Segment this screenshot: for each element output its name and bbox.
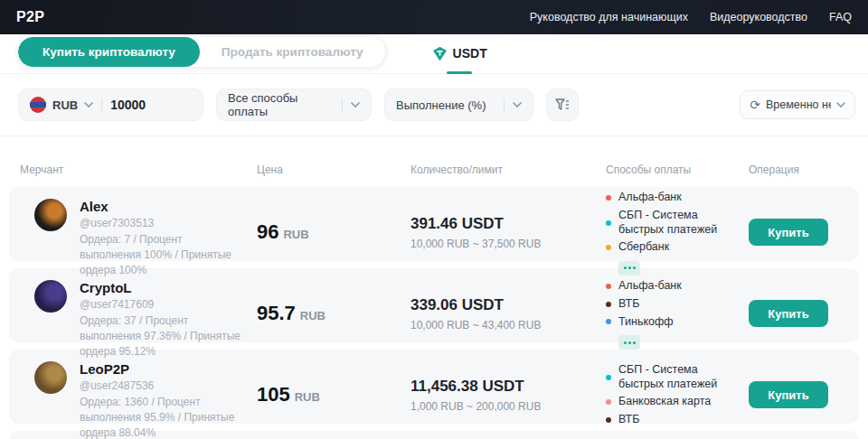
nav-video-guide[interactable]: Видеоруководство (710, 11, 807, 23)
price-currency: RUB (300, 309, 326, 322)
limit-range: 1,000 RUB ~ 200,000 RUB (410, 400, 606, 413)
payment-methods-cell: Альфа-банкВТБТинькофф (606, 277, 749, 350)
buy-button[interactable]: Купить (749, 381, 828, 408)
payment-dot-icon (606, 220, 611, 226)
nav-faq[interactable]: FAQ (829, 11, 852, 23)
divider (342, 98, 343, 112)
divider (101, 98, 102, 112)
price-cell: 95.7 RUB (257, 302, 410, 325)
payment-dot-icon (606, 375, 611, 380)
quantity-cell: 11,456.38 USDT 1,000 RUB ~ 200,000 RUB (410, 378, 606, 413)
buy-button[interactable]: Купить (749, 300, 828, 327)
col-header-operation: Операция (749, 163, 848, 176)
app-logo: P2P (16, 9, 44, 25)
merchant-name[interactable]: Alex (80, 199, 241, 214)
chevron-down-icon[interactable] (84, 102, 93, 107)
merchant-avatar (34, 280, 67, 313)
payment-method: Альфа-банк (606, 191, 682, 205)
payment-methods-dropdown-label: Все способы оплаты (228, 91, 334, 118)
price-currency: RUB (283, 228, 308, 241)
chevron-down-icon (351, 102, 360, 107)
payment-dot-icon (606, 399, 611, 405)
usdt-tether-icon (432, 46, 448, 61)
operation-cell: Купить (749, 219, 848, 246)
payment-method: Сбербанк (606, 240, 669, 255)
payment-method: Альфа-банк (606, 279, 682, 294)
price-cell: 105 RUB (257, 383, 410, 406)
availability-dropdown-label: Временно не (766, 98, 831, 111)
table-header: Мерчант Цена Количество/лимит Способы оп… (9, 163, 859, 176)
tab-usdt[interactable]: USDT (432, 33, 487, 73)
offer-row: LeoP2P @user2487536 Ордера: 1360 / Проце… (9, 350, 859, 424)
nav-beginners-guide[interactable]: Руководство для начинающих (530, 11, 688, 23)
merchant-avatar (34, 361, 67, 394)
amount-input[interactable] (110, 98, 174, 112)
payment-methods-cell: СБП - Система быстрых платежейБанковская… (606, 361, 749, 429)
payment-label: ВТБ (618, 413, 639, 427)
top-nav: Руководство для начинающих Видеоруководс… (530, 11, 852, 23)
currency-amount-control: RUB (18, 89, 203, 121)
col-header-merchant: Мерчант (20, 163, 257, 176)
payment-method: ВТБ (606, 297, 639, 312)
payment-label: Альфа-банк (618, 191, 682, 205)
completion-dropdown[interactable]: Выполнение (%) (384, 89, 533, 121)
quantity-cell: 339.06 USDT 10,000 RUB ~ 43,400 RUB (410, 296, 606, 332)
tab-buy-crypto[interactable]: Купить криптовалюту (18, 37, 200, 67)
filters-bar: RUB Все способы оплаты Выполнение (%) ⟳ … (0, 74, 868, 136)
payment-method: СБП - Система быстрых платежей (606, 209, 725, 237)
rub-currency-icon (30, 97, 46, 113)
payment-label: СБП - Система быстрых платежей (618, 209, 725, 237)
top-header: P2P Руководство для начинающих Видеоруко… (0, 0, 868, 34)
payment-method: Тинькофф (606, 315, 674, 330)
divider (504, 98, 505, 112)
merchant-name[interactable]: LeoP2P (80, 361, 241, 377)
payment-method: СБП - Система быстрых платежей (606, 363, 725, 391)
advanced-filter-button[interactable] (546, 89, 579, 121)
operation-cell: Купить (749, 300, 848, 327)
payment-label: Тинькофф (618, 315, 674, 330)
payment-label: Банковская карта (618, 395, 711, 409)
price-value: 105 (257, 383, 290, 406)
chevron-down-icon (836, 102, 845, 107)
quantity-cell: 391.46 USDT 10,000 RUB ~ 37,500 RUB (410, 215, 606, 250)
refresh-icon: ⟳ (750, 98, 760, 111)
col-header-payment-methods: Способы оплаты (606, 163, 749, 176)
tabs-row: Купить криптовалюту Продать криптовалюту… (0, 34, 868, 74)
payment-method: Банковская карта (606, 395, 711, 409)
active-tab-underline (447, 71, 472, 74)
merchant-cell: Umar02 (20, 431, 257, 439)
availability-dropdown[interactable]: ⟳ Временно не (740, 90, 855, 119)
more-payments-button[interactable] (618, 335, 640, 350)
more-payments-button[interactable] (618, 261, 640, 276)
merchant-cell: Alex @user7303513 Ордера: 7 / Процент вы… (20, 187, 257, 277)
filter-funnel-icon (555, 98, 570, 111)
price-value: 96 (257, 220, 278, 244)
payment-label: СБП - Система быстрых платежей (618, 363, 725, 391)
merchant-name[interactable]: CryptoL (80, 280, 241, 295)
offers-list: Alex @user7303513 Ордера: 7 / Процент вы… (0, 187, 868, 439)
payment-methods-dropdown[interactable]: Все способы оплаты (216, 89, 372, 121)
payment-method: ВТБ (606, 413, 639, 427)
payment-dot-icon (606, 319, 611, 324)
col-header-quantity-limit: Количество/лимит (410, 163, 606, 176)
offer-row: Umar02 Купить (9, 431, 859, 439)
payment-methods-cell: Альфа-банкСБП - Система быстрых платежей… (606, 189, 749, 276)
asset-tab-label: USDT (453, 46, 487, 61)
payment-dot-icon (606, 245, 611, 250)
limit-range: 10,000 RUB ~ 43,400 RUB (410, 319, 606, 332)
merchant-username: @user7417609 (80, 298, 241, 311)
merchant-cell: LeoP2P @user2487536 Ордера: 1360 / Проце… (20, 350, 257, 439)
chevron-down-icon (513, 102, 522, 107)
tab-sell-crypto[interactable]: Продать криптовалюту (200, 37, 385, 67)
buy-button[interactable]: Купить (749, 219, 828, 246)
merchant-username: @user7303513 (80, 217, 241, 229)
currency-selected[interactable]: RUB (52, 98, 78, 112)
quantity-value: 11,456.38 USDT (410, 378, 606, 396)
payment-label: ВТБ (618, 297, 639, 312)
operation-cell: Купить (749, 381, 848, 408)
price-value: 95.7 (257, 302, 296, 325)
quantity-value: 339.06 USDT (410, 296, 606, 314)
price-cell: 96 RUB (257, 220, 410, 244)
offer-row: CryptoL @user7417609 Ордера: 37 / Процен… (9, 268, 859, 342)
merchant-username: @user2487536 (80, 379, 241, 392)
